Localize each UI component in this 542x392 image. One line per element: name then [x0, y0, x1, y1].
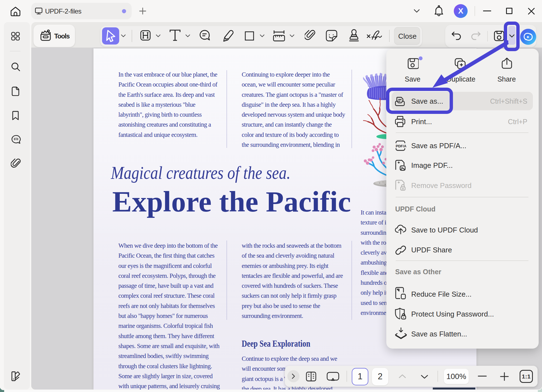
svg-text:PDF/A: PDF/A: [396, 144, 406, 148]
